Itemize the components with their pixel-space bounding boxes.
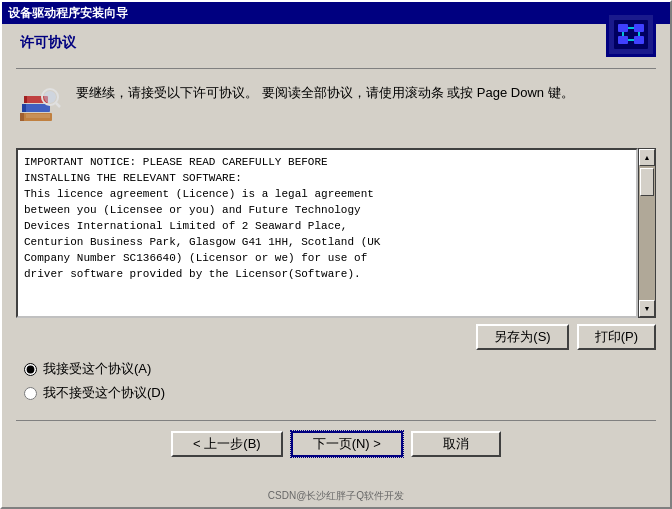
window-title: 设备驱动程序安装向导 (8, 5, 664, 22)
svg-rect-3 (618, 24, 628, 32)
instruction-row: 要继续，请接受以下许可协议。 要阅读全部协议，请使用滚动条 或按 Page Do… (16, 83, 656, 134)
svg-rect-16 (24, 96, 27, 103)
next-button[interactable]: 下一页(N) > (291, 431, 403, 457)
decline-radio-label: 我不接受这个协议(D) (43, 384, 165, 402)
svg-rect-5 (618, 36, 628, 44)
corner-icon (606, 12, 656, 57)
svg-line-21 (56, 103, 60, 107)
print-button[interactable]: 打印(P) (577, 324, 656, 350)
radio-group: 我接受这个协议(A) 我不接受这个协议(D) (16, 360, 656, 408)
svg-rect-12 (20, 113, 24, 121)
scroll-up-button[interactable]: ▲ (639, 149, 655, 166)
decline-radio[interactable] (24, 387, 37, 400)
license-content: IMPORTANT NOTICE: PLEASE READ CAREFULLY … (24, 156, 380, 280)
svg-rect-6 (634, 36, 644, 44)
bottom-button-row: < 上一步(B) 下一页(N) > 取消 (16, 431, 656, 463)
svg-point-20 (44, 91, 56, 103)
bottom-divider (16, 420, 656, 421)
svg-rect-14 (22, 104, 26, 112)
scrollbar-vertical[interactable]: ▲ ▼ (638, 148, 656, 318)
books-icon (16, 83, 64, 134)
license-wrapper: IMPORTANT NOTICE: PLEASE READ CAREFULLY … (16, 148, 656, 318)
instruction-text: 要继续，请接受以下许可协议。 要阅读全部协议，请使用滚动条 或按 Page Do… (76, 83, 574, 104)
scroll-down-button[interactable]: ▼ (639, 300, 655, 317)
main-window: 设备驱动程序安装向导 许可协议 (0, 0, 672, 509)
scroll-track[interactable] (639, 166, 655, 300)
window-body: 许可协议 (2, 24, 670, 507)
svg-rect-13 (22, 104, 50, 112)
back-button[interactable]: < 上一步(B) (171, 431, 283, 457)
svg-rect-4 (634, 24, 644, 32)
license-textbox[interactable]: IMPORTANT NOTICE: PLEASE READ CAREFULLY … (16, 148, 638, 318)
decline-radio-item[interactable]: 我不接受这个协议(D) (24, 384, 656, 402)
accept-radio[interactable] (24, 363, 37, 376)
title-bar: 设备驱动程序安装向导 (2, 2, 670, 24)
header-divider (16, 68, 656, 69)
watermark: CSDN@长沙红胖子Q软件开发 (268, 489, 404, 503)
section-title: 许可协议 (16, 34, 76, 52)
accept-radio-label: 我接受这个协议(A) (43, 360, 151, 378)
top-button-row: 另存为(S) 打印(P) (16, 324, 656, 350)
scroll-thumb[interactable] (640, 168, 654, 196)
cancel-button[interactable]: 取消 (411, 431, 501, 457)
accept-radio-item[interactable]: 我接受这个协议(A) (24, 360, 656, 378)
save-as-button[interactable]: 另存为(S) (476, 324, 568, 350)
